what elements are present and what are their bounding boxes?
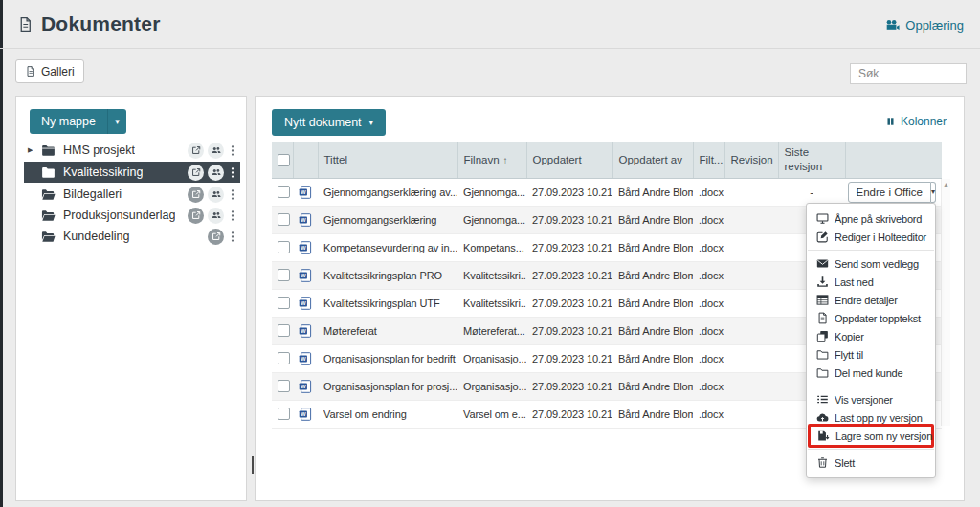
- column-header-tittel[interactable]: Tittel: [318, 142, 457, 178]
- menu-item-endre-detaljer[interactable]: Endre detaljer: [807, 291, 935, 309]
- row-revision: [724, 178, 778, 206]
- svg-text:W: W: [301, 189, 306, 195]
- row-checkbox[interactable]: [278, 408, 290, 420]
- table-scrollbar[interactable]: ▲: [941, 179, 950, 426]
- menu-item-lagre-som-ny-versjon-highlighted[interactable]: Lagre som ny versjon: [808, 424, 934, 448]
- menu-item-slett[interactable]: Slett: [807, 453, 935, 472]
- select-all-checkbox[interactable]: [278, 154, 290, 166]
- menu-item-label: Flytt til: [835, 349, 863, 361]
- share-icon[interactable]: [188, 165, 204, 181]
- menu-item-oppdater-topptekst[interactable]: Oppdater topptekst: [807, 309, 935, 327]
- copy-icon: [816, 330, 829, 342]
- row-filename: Gjennomga...: [457, 178, 526, 206]
- new-document-button[interactable]: Nytt dokument ▾: [272, 109, 386, 136]
- training-link[interactable]: Opplæring: [885, 18, 964, 33]
- row-filetype: .docx: [693, 289, 724, 317]
- columns-icon: [885, 116, 896, 127]
- row-filename: Kvalitetssikri...: [457, 261, 526, 289]
- row-checkbox[interactable]: [278, 213, 290, 226]
- kebab-menu-icon[interactable]: [228, 166, 237, 179]
- row-checkbox[interactable]: [278, 380, 290, 392]
- row-select-cell: [272, 344, 293, 372]
- menu-item-kopier[interactable]: Kopier: [807, 327, 935, 345]
- word-file-icon: W: [299, 186, 312, 199]
- row-checkbox[interactable]: [278, 324, 290, 337]
- kebab-menu-icon[interactable]: [228, 144, 237, 157]
- gallery-file-icon: [25, 65, 36, 77]
- sort-asc-icon: ↑: [503, 155, 508, 165]
- documents-page: Dokumenter Opplæring Galleri Ny mappe ▾ …: [0, 0, 980, 507]
- folder-item-kundedeling[interactable]: Kundedeling: [24, 227, 240, 246]
- columns-toggle[interactable]: Kolonner: [885, 115, 947, 128]
- row-revision: [724, 206, 778, 233]
- row-updated: 27.09.2023 10.21: [526, 206, 612, 233]
- edit-in-office-button[interactable]: Endre i Office: [848, 182, 931, 203]
- new-folder-split-button[interactable]: Ny mappe ▾: [30, 109, 126, 134]
- table-header-row: TittelFilnavn↑OppdatertOppdatert avFilt.…: [272, 142, 942, 178]
- column-header-filnavn[interactable]: Filnavn↑: [457, 142, 526, 178]
- users-icon[interactable]: [208, 143, 224, 159]
- users-icon[interactable]: [208, 187, 224, 203]
- table-row[interactable]: WGjennomgangserklæring av...Gjennomga...…: [272, 178, 942, 206]
- menu-item-rediger-i-holteeditor[interactable]: Rediger i Holteeditor: [807, 228, 935, 246]
- row-checkbox[interactable]: [278, 241, 290, 254]
- search-input[interactable]: [850, 63, 967, 84]
- column-header-siste-revisjon[interactable]: Siste revisjon: [778, 142, 845, 178]
- users-icon[interactable]: [208, 165, 224, 181]
- menu-item-vis-versjoner[interactable]: Vis versjoner: [807, 390, 935, 408]
- menu-item-pne-p-skrivebord[interactable]: Åpne på skrivebord: [807, 209, 935, 228]
- folder-closed-icon: [41, 165, 56, 180]
- folder-closed-icon: [41, 143, 56, 158]
- expand-caret-icon[interactable]: ▶: [28, 146, 33, 154]
- share-icon[interactable]: [188, 208, 204, 224]
- kebab-menu-icon[interactable]: [228, 188, 237, 201]
- row-updated-by: Bård Andre Blom: [612, 261, 693, 289]
- folder-actions: [208, 229, 240, 245]
- new-folder-caret-icon[interactable]: ▾: [107, 109, 126, 134]
- row-filename: Varsel om e...: [457, 400, 526, 428]
- users-icon[interactable]: [208, 208, 224, 224]
- menu-item-del-med-kunde[interactable]: Del med kunde: [807, 364, 935, 382]
- column-header-oppdatert[interactable]: Oppdatert: [526, 142, 612, 178]
- row-updated: 27.09.2023 10.21: [526, 178, 612, 206]
- office-dropdown-caret-icon[interactable]: ▾: [931, 182, 936, 203]
- column-header-filt[interactable]: Filt...: [693, 142, 724, 178]
- row-updated: 27.09.2023 10.21: [526, 400, 612, 428]
- column-header-revisjon[interactable]: Revisjon: [724, 142, 778, 178]
- folder-open-icon: [41, 187, 56, 202]
- row-filename: Møtereferat...: [457, 317, 526, 344]
- desktop-icon: [816, 212, 829, 225]
- row-updated-by: Bård Andre Blom: [612, 344, 693, 372]
- row-checkbox[interactable]: [278, 352, 290, 364]
- word-file-icon: W: [299, 269, 312, 282]
- details-icon: [816, 294, 829, 306]
- row-select-cell: [272, 372, 293, 400]
- row-checkbox[interactable]: [278, 186, 290, 198]
- share-icon[interactable]: [188, 143, 204, 159]
- column-label: Tittel: [324, 154, 348, 165]
- menu-item-last-ned[interactable]: Last ned: [807, 273, 935, 291]
- folder-item-kvalitetssikring[interactable]: Kvalitetssikring: [24, 162, 240, 183]
- svg-text:W: W: [301, 245, 306, 251]
- row-select-cell: [272, 233, 293, 261]
- row-checkbox[interactable]: [278, 269, 290, 281]
- menu-item-label: Lagre som ny versjon: [835, 430, 932, 442]
- row-checkbox[interactable]: [278, 297, 290, 309]
- new-folder-button[interactable]: Ny mappe: [30, 109, 107, 134]
- menu-item-label: Slett: [835, 457, 855, 469]
- column-header-oppdatert-av[interactable]: Oppdatert av: [612, 142, 693, 178]
- folder-actions: [188, 208, 240, 224]
- folder-item-bildegalleri[interactable]: Bildegalleri: [24, 185, 240, 204]
- kebab-menu-icon[interactable]: [228, 231, 237, 243]
- gallery-button[interactable]: Galleri: [15, 59, 84, 83]
- share-icon[interactable]: [188, 187, 204, 203]
- column-label: Siste revisjon: [785, 146, 823, 171]
- share-icon[interactable]: [208, 229, 224, 245]
- folder-item-produksjonsunderlag[interactable]: Produksjonsunderlag: [24, 206, 240, 225]
- folder-label: Kundedeling: [63, 230, 130, 243]
- menu-item-send-som-vedlegg[interactable]: Send som vedlegg: [807, 254, 935, 273]
- folder-actions: [188, 165, 240, 181]
- kebab-menu-icon[interactable]: [228, 209, 237, 222]
- folder-item-hms-prosjekt[interactable]: ▶HMS prosjekt: [24, 141, 240, 160]
- menu-item-flytt-til[interactable]: Flytt til: [807, 345, 935, 364]
